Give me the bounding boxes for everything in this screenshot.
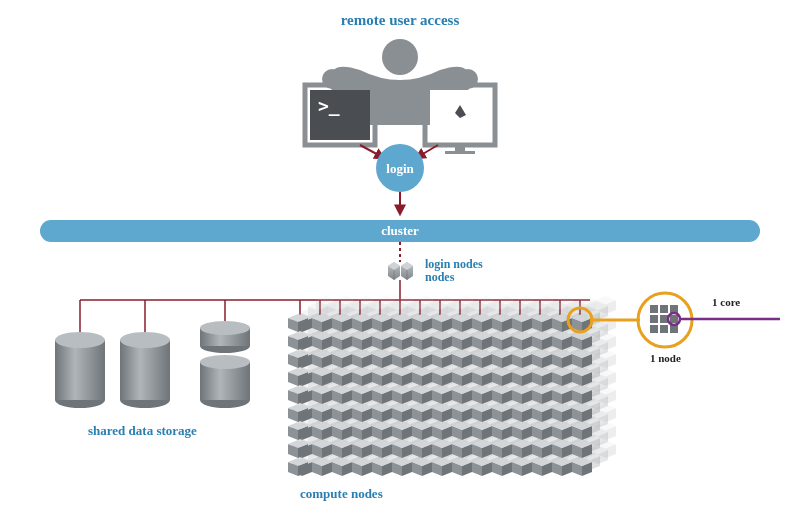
svg-point-43 (200, 321, 250, 335)
compute-grid (288, 296, 616, 476)
svg-rect-39 (120, 340, 170, 400)
svg-rect-1701 (650, 325, 658, 333)
one-node-label: 1 node (650, 352, 681, 364)
svg-text:>_: >_ (318, 95, 340, 116)
storage-icon (55, 321, 250, 408)
login-nodes-label: login nodesnodes (425, 257, 483, 284)
svg-rect-1700 (670, 315, 678, 323)
cluster-label: cluster (381, 223, 419, 238)
one-core-label: 1 core (712, 296, 740, 308)
svg-rect-1698 (650, 315, 658, 323)
cluster-bar: cluster (40, 220, 760, 242)
login-label: login (386, 161, 414, 176)
storage-label: shared data storage (88, 423, 197, 438)
svg-rect-1695 (650, 305, 658, 313)
login-badge: login (376, 144, 424, 192)
svg-point-37 (55, 332, 105, 348)
gui-icon (425, 85, 495, 154)
svg-rect-1702 (660, 325, 668, 333)
login-nodes-icon (388, 262, 413, 280)
svg-rect-8 (455, 145, 465, 151)
svg-point-40 (120, 332, 170, 348)
svg-point-46 (200, 355, 250, 369)
terminal-icon: >_ (305, 85, 375, 145)
compute-label: compute nodes (300, 486, 383, 501)
svg-point-0 (382, 39, 418, 75)
svg-rect-9 (445, 151, 475, 154)
svg-rect-1696 (660, 305, 668, 313)
svg-rect-36 (55, 340, 105, 400)
title: remote user access (341, 12, 460, 28)
